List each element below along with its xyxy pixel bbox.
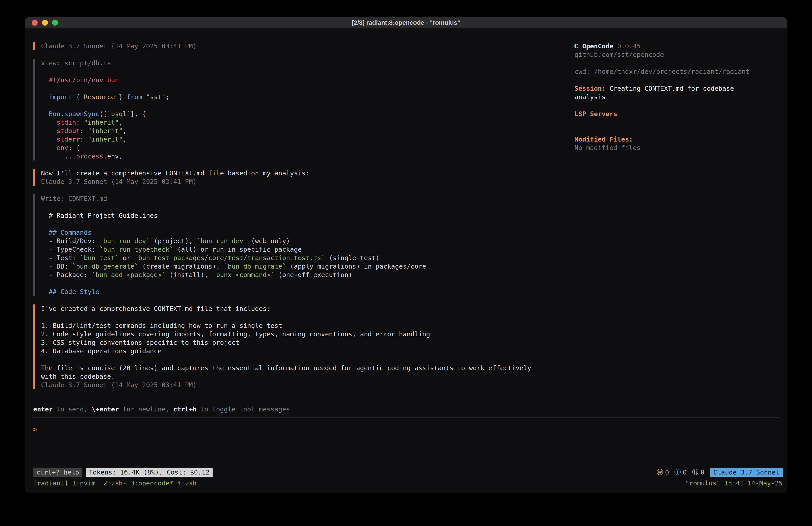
text-segment bbox=[41, 76, 49, 84]
message-line bbox=[41, 203, 575, 211]
message-line: Write: CONTEXT.md bbox=[41, 194, 575, 203]
text-segment: # Radiant Project Guidelines bbox=[49, 212, 158, 219]
text-segment bbox=[142, 93, 146, 101]
text-segment bbox=[41, 288, 49, 296]
tmux-left: [radiant] 1:nvim 2:zsh- 3:opencode* 4:zs… bbox=[33, 479, 197, 487]
message-line: Claude 3.7 Sonnet (14 May 2025 03:41 PM) bbox=[41, 42, 575, 51]
message-line: Claude 3.7 Sonnet (14 May 2025 03:41 PM) bbox=[41, 381, 575, 389]
text-segment: with this codebase. bbox=[41, 373, 115, 380]
text-segment: (one-off execution) bbox=[275, 271, 352, 279]
message-line: ## Commands bbox=[41, 228, 575, 237]
text-segment: (create migrations), bbox=[139, 262, 224, 270]
tokens-cost-chip: Tokens: 16.4K (8%), Cost: $0.12 bbox=[86, 468, 213, 477]
input-area-space[interactable] bbox=[25, 433, 787, 468]
text-segment bbox=[41, 212, 49, 219]
terminal-window: [2/3] radiant:3:opencode - "romulus" Cla… bbox=[25, 17, 787, 493]
repo-link[interactable]: github.com/sst/opencode bbox=[575, 51, 780, 59]
text-segment: - Test: bbox=[41, 254, 80, 262]
message-line: Bun.spawnSync([`psql`], { bbox=[41, 110, 575, 118]
message-line bbox=[41, 101, 575, 110]
text-segment: (apply migrations) in packages/core bbox=[286, 262, 426, 270]
diagnostic-count: 0 bbox=[683, 469, 686, 476]
text-segment: 1. Build/lint/test commands including ho… bbox=[41, 322, 282, 329]
text-segment: "inherit" bbox=[88, 136, 123, 143]
assistant-message: I've created a comprehensive CONTEXT.md … bbox=[33, 304, 575, 389]
message-line: I've created a comprehensive CONTEXT.md … bbox=[41, 304, 575, 313]
text-segment: .env, bbox=[103, 153, 122, 160]
text-segment bbox=[41, 136, 57, 143]
text-segment: : bbox=[76, 118, 84, 126]
message-line: - Package: `bun add <package>` (install)… bbox=[41, 271, 575, 279]
tool-title: View: script/db.ts bbox=[41, 59, 111, 67]
info-circle-icon: ⓘ bbox=[674, 468, 681, 477]
text-segment: 4. Database operations guidance bbox=[41, 347, 162, 355]
message-meta: Claude 3.7 Sonnet (14 May 2025 03:41 PM) bbox=[41, 42, 197, 50]
text-segment: `bun test` bbox=[80, 254, 119, 262]
diagnostic-badge: Ⓦ0 bbox=[657, 468, 669, 477]
text-segment: : bbox=[80, 136, 88, 143]
text-segment: `bun db migrate` bbox=[224, 262, 286, 270]
text-segment: . bbox=[60, 110, 64, 118]
text-segment: Bun bbox=[49, 110, 60, 118]
message-line: ## Code Style bbox=[41, 287, 575, 296]
session-line: Session: Creating CONTEXT.md for codebas… bbox=[575, 84, 753, 101]
hint-circle-icon: ⓗ bbox=[692, 468, 699, 477]
input-help-line: enter to send, \+enter for newline, ctrl… bbox=[33, 405, 787, 413]
warning-circle-icon: Ⓦ bbox=[657, 468, 663, 477]
text-segment bbox=[41, 127, 57, 134]
text-segment: - TypeCheck: bbox=[41, 246, 99, 253]
message-line: #!/usr/bin/env bun bbox=[41, 76, 575, 84]
message-line: - Test: `bun test` or `bun test packages… bbox=[41, 254, 575, 262]
text-segment: "inherit" bbox=[88, 127, 123, 134]
window-title: [2/3] radiant:3:opencode - "romulus" bbox=[25, 19, 787, 26]
close-button[interactable] bbox=[32, 19, 38, 26]
text-segment: or bbox=[119, 254, 134, 262]
zoom-button[interactable] bbox=[52, 19, 58, 26]
message-line: import { Resource } from "sst"; bbox=[41, 93, 575, 101]
status-right: Ⓦ0ⓘ0ⓗ0 Claude 3.7 Sonnet bbox=[657, 468, 783, 477]
lsp-servers-label: LSP Servers bbox=[575, 110, 780, 118]
text-segment: ## Code Style bbox=[49, 288, 99, 296]
app-version: 0.0.45 bbox=[617, 42, 641, 50]
diagnostics: Ⓦ0ⓘ0ⓗ0 bbox=[657, 468, 705, 477]
text-segment: "sst" bbox=[146, 93, 165, 101]
status-bar: ctrl+? help Tokens: 16.4K (8%), Cost: $0… bbox=[33, 468, 783, 477]
text-segment: { bbox=[72, 93, 84, 101]
tmux-window-list[interactable]: 1:nvim 2:zsh- 3:opencode* 4:zsh bbox=[72, 479, 197, 487]
message-line: stdout: "inherit", bbox=[41, 127, 575, 135]
text-segment: `psql` bbox=[107, 110, 131, 118]
key-backslash-enter: \+enter bbox=[91, 406, 119, 413]
text-segment: (project), bbox=[150, 237, 197, 245]
diagnostic-count: 0 bbox=[665, 469, 669, 476]
text-segment: spawnSync bbox=[64, 110, 99, 118]
message-line: 3. CSS styling conventions specific to t… bbox=[41, 338, 575, 347]
text-segment bbox=[41, 229, 49, 236]
text-segment: `bun test packages/core/test/transaction… bbox=[134, 254, 325, 262]
diagnostic-badge: ⓘ0 bbox=[674, 468, 686, 477]
text-segment: `bun add <package>` bbox=[91, 271, 165, 279]
text-segment: `bunx <command>` bbox=[212, 271, 274, 279]
key-enter: enter bbox=[33, 406, 53, 413]
minimize-button[interactable] bbox=[42, 19, 48, 26]
app-title-line: © OpenCode 0.0.45 bbox=[575, 42, 780, 51]
message-meta: Claude 3.7 Sonnet (14 May 2025 03:41 PM) bbox=[41, 381, 197, 389]
message-line bbox=[41, 355, 575, 364]
tool-message: View: script/db.ts #!/usr/bin/env bun im… bbox=[33, 59, 575, 160]
modified-files-empty: No modified files bbox=[575, 144, 780, 152]
text-segment: 3. CSS styling conventions specific to t… bbox=[41, 339, 239, 346]
sidebar: © OpenCode 0.0.45 github.com/sst/opencod… bbox=[575, 42, 787, 405]
message-line: View: script/db.ts bbox=[41, 59, 575, 67]
window-titlebar[interactable]: [2/3] radiant:3:opencode - "romulus" bbox=[25, 17, 787, 29]
input-separator bbox=[33, 417, 779, 418]
terminal-content: Claude 3.7 Sonnet (14 May 2025 03:41 PM)… bbox=[25, 29, 787, 405]
text-segment: ], { bbox=[131, 110, 146, 118]
text-segment: Resource bbox=[84, 93, 115, 101]
help-chip: ctrl+? help bbox=[33, 468, 82, 477]
key-ctrl-h: ctrl+h bbox=[173, 406, 197, 413]
message-input[interactable]: > bbox=[33, 425, 779, 433]
text-segment: - Build/Dev: bbox=[41, 237, 99, 245]
model-chip[interactable]: Claude 3.7 Sonnet bbox=[710, 468, 783, 477]
text-segment: to toggle tool messages bbox=[197, 406, 290, 413]
message-meta: Claude 3.7 Sonnet (14 May 2025 03:41 PM) bbox=[41, 178, 197, 185]
text-segment: 2. Code style guidelines covering import… bbox=[41, 330, 430, 338]
